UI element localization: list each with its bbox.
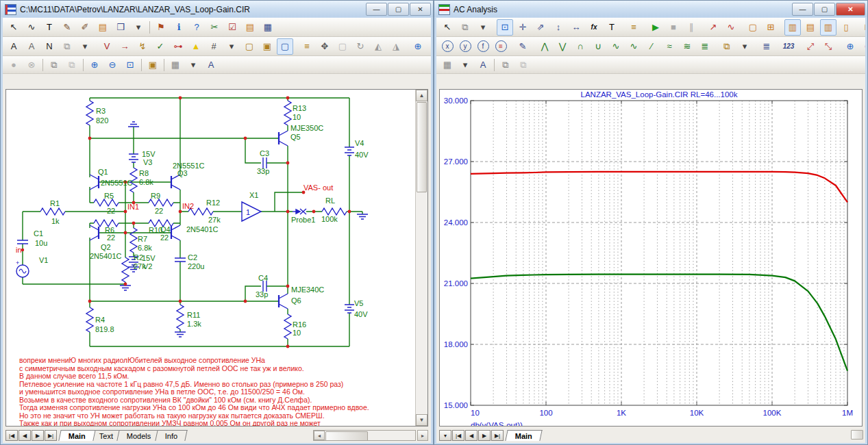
font-icon[interactable]: A <box>475 57 491 73</box>
component-R16[interactable] <box>284 314 291 339</box>
font-icon[interactable]: A <box>203 57 219 73</box>
vertical-tag-icon[interactable]: ↕ <box>550 19 567 36</box>
plot-legend[interactable]: db(v(VAS-out)) <box>471 421 523 427</box>
schematic-vscrollbar[interactable]: ▲ ▼ <box>415 90 427 426</box>
horizontal-grid-icon[interactable]: ▥ <box>784 19 801 36</box>
single-plot-icon[interactable]: ⊟ <box>860 19 865 36</box>
border-icon[interactable]: ▢ <box>241 38 258 55</box>
properties-icon[interactable]: ≡ <box>299 38 315 55</box>
component-dropdown-icon[interactable]: ▾ <box>130 19 147 36</box>
component-X1[interactable] <box>242 202 261 221</box>
component-R7[interactable] <box>130 228 137 253</box>
window-tile-icon[interactable]: ▤ <box>242 19 258 36</box>
rise-time-icon[interactable]: ∿ <box>608 38 624 55</box>
attr-dropdown-icon[interactable]: ▾ <box>77 38 93 55</box>
restore-scale-icon[interactable]: ⤡ <box>820 38 836 55</box>
ruler-icon[interactable]: ⊞ <box>762 19 779 36</box>
tab-next-button[interactable]: ▶ <box>478 430 491 441</box>
component-Q5[interactable] <box>279 131 288 146</box>
close-button[interactable]: ✕ <box>410 3 431 16</box>
paste-icon[interactable]: ⧉ <box>719 38 735 55</box>
component-R2[interactable] <box>122 257 129 282</box>
tab-last-button[interactable]: ▶| <box>491 430 504 441</box>
tab-prev-button[interactable]: ◀ <box>465 430 478 441</box>
scroll-thumb[interactable] <box>417 102 427 192</box>
component-R5[interactable] <box>94 199 119 206</box>
component-RL[interactable] <box>322 208 347 215</box>
valley-icon[interactable]: ⋁ <box>554 38 571 55</box>
tab-last-button[interactable]: ▶| <box>45 430 57 441</box>
flag-icon[interactable]: ⚑ <box>153 19 169 36</box>
paste-dropdown-icon[interactable]: ▾ <box>736 38 753 55</box>
slope-icon[interactable]: ∕ <box>643 38 660 55</box>
probe-analysis-icon[interactable]: ∿ <box>723 19 739 36</box>
baseline-icon[interactable]: ▯ <box>838 19 854 36</box>
high-icon[interactable]: ∩ <box>572 38 588 55</box>
show-pin-connections-icon[interactable]: ⊶ <box>170 38 186 55</box>
component-V1[interactable] <box>16 265 29 277</box>
auto-scale-icon[interactable]: ⤢ <box>802 38 819 55</box>
text-mode-icon[interactable]: T <box>604 19 620 36</box>
nav-close-icon[interactable]: ⊗ <box>23 57 40 73</box>
component-V4[interactable] <box>345 147 354 155</box>
copy-attributes-icon[interactable]: ⧉ <box>59 38 75 55</box>
width-icon[interactable]: ≣ <box>697 38 713 55</box>
calculator-icon[interactable]: ▦ <box>260 19 276 36</box>
component-R1[interactable] <box>40 208 65 215</box>
pattern-dropdown-icon[interactable]: ▾ <box>457 57 473 73</box>
pattern-icon[interactable]: ▦ <box>167 57 184 73</box>
show-attribute-text-icon[interactable]: A <box>5 38 22 55</box>
component-R9[interactable] <box>149 199 173 206</box>
maximize-button[interactable]: ▢ <box>814 3 835 16</box>
plot-area[interactable]: 30.00027.00024.00021.00018.00015.0001010… <box>439 89 863 427</box>
horizontal-tag-icon[interactable]: ↔ <box>568 19 584 36</box>
zoom-100-icon[interactable]: ⊡ <box>122 57 138 73</box>
x-axis-icon[interactable]: x <box>439 38 456 55</box>
zoom-out-icon[interactable]: ⊖ <box>860 38 865 55</box>
tab-prev-button[interactable]: ◀ <box>18 430 31 441</box>
component-C2[interactable] <box>175 258 186 262</box>
image-icon[interactable]: ▣ <box>145 57 161 73</box>
pattern-dropdown-icon[interactable]: ▾ <box>185 57 201 73</box>
close-button[interactable]: ✕ <box>836 3 865 16</box>
zoom-in-icon[interactable]: ⊕ <box>842 38 858 55</box>
component-R3[interactable] <box>86 101 93 125</box>
zoom-in-icon[interactable]: ⊕ <box>86 57 103 73</box>
period-icon[interactable]: ≈ <box>661 38 678 55</box>
minimize-button[interactable]: — <box>792 3 813 16</box>
data-points-icon[interactable]: ▢ <box>745 19 761 36</box>
model-editor-icon[interactable]: ☑ <box>224 19 240 36</box>
rotate-icon[interactable]: ↻ <box>352 38 369 55</box>
scroll-up-icon[interactable]: ▲ <box>416 90 427 101</box>
find-icon[interactable]: ⊕ <box>410 38 426 55</box>
help-mode-icon[interactable]: ? <box>188 19 205 36</box>
numeric-output-icon[interactable]: 123 <box>780 38 797 55</box>
menu-circle-icon[interactable]: ≡ <box>493 38 509 55</box>
analog-analysis-icon[interactable]: ↗ <box>705 19 721 36</box>
component-R11[interactable] <box>177 305 184 329</box>
line-mode-icon[interactable]: ✎ <box>59 19 75 36</box>
y-axis-icon[interactable]: y <box>457 38 473 55</box>
grid-dropdown-icon[interactable]: ▾ <box>223 38 240 55</box>
wire-mode-icon[interactable]: ∿ <box>23 19 40 36</box>
info-mode-icon[interactable]: ℹ <box>171 19 187 36</box>
point-tag-icon[interactable]: ⇗ <box>532 19 549 36</box>
pattern-icon[interactable]: ▦ <box>439 57 456 73</box>
ac-titlebar[interactable]: AC Analysis — ▢ ✕ <box>434 1 867 17</box>
component-R13[interactable] <box>284 101 291 125</box>
tab-list-dropdown-icon[interactable]: ▾ <box>439 430 451 441</box>
formula-text-icon[interactable]: fx <box>586 19 602 36</box>
find-repeat-icon[interactable]: ⊕ <box>427 38 431 55</box>
show-node-voltages-icon[interactable]: V <box>99 38 115 55</box>
component-V5[interactable] <box>345 305 354 313</box>
bring-to-front-icon[interactable]: ⧉ <box>497 57 514 73</box>
show-conditions-icon[interactable]: ✓ <box>152 38 169 55</box>
show-wire-attr-icon[interactable]: A <box>23 38 40 55</box>
properties-icon[interactable]: ≡ <box>625 19 642 36</box>
box-move-icon[interactable]: ✥ <box>317 38 333 55</box>
component-Q4[interactable] <box>171 225 180 240</box>
tab-main[interactable]: Main <box>505 430 542 441</box>
component-C1[interactable] <box>17 240 28 244</box>
minor-log-grid-icon[interactable]: ▥ <box>820 19 836 36</box>
bus-icon[interactable]: ▤ <box>95 19 111 36</box>
